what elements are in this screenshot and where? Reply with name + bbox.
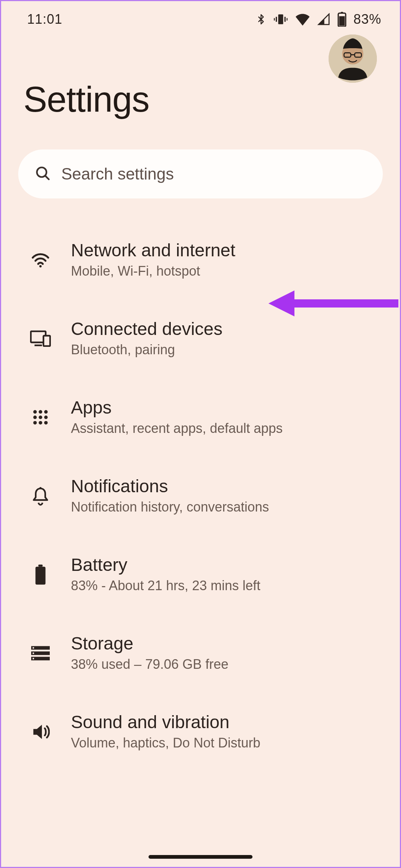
svg-rect-4 xyxy=(287,18,288,21)
wifi-status-icon xyxy=(295,13,310,26)
svg-point-15 xyxy=(39,265,42,267)
item-title: Sound and vibration xyxy=(71,712,378,732)
vibrate-icon xyxy=(273,12,288,27)
header: Settings xyxy=(1,27,400,149)
apps-icon xyxy=(29,409,52,425)
svg-rect-34 xyxy=(33,652,34,654)
svg-rect-1 xyxy=(276,17,277,22)
svg-rect-29 xyxy=(38,565,43,567)
battery-icon xyxy=(29,565,52,585)
svg-rect-18 xyxy=(43,336,50,346)
item-sub: Mobile, Wi-Fi, hotspot xyxy=(71,263,378,280)
wifi-icon xyxy=(29,252,52,268)
item-sub: 83% - About 21 hrs, 23 mins left xyxy=(71,577,378,595)
item-title: Storage xyxy=(71,633,378,654)
search-input[interactable]: Search settings xyxy=(18,149,383,198)
battery-percent: 83% xyxy=(353,11,381,27)
svg-rect-32 xyxy=(33,647,34,649)
svg-point-21 xyxy=(44,410,48,414)
svg-rect-7 xyxy=(339,16,345,26)
svg-rect-2 xyxy=(284,17,286,22)
page-title: Settings xyxy=(23,79,378,120)
item-sub: Bluetooth, pairing xyxy=(71,341,378,359)
item-title: Notifications xyxy=(71,476,378,496)
bluetooth-icon xyxy=(255,12,267,27)
profile-avatar[interactable] xyxy=(329,34,377,83)
svg-rect-36 xyxy=(33,658,34,659)
svg-rect-3 xyxy=(274,18,275,21)
svg-point-25 xyxy=(33,421,37,425)
item-network[interactable]: Network and internet Mobile, Wi-Fi, hots… xyxy=(1,221,400,299)
item-apps[interactable]: Apps Assistant, recent apps, default app… xyxy=(1,378,400,457)
svg-point-20 xyxy=(39,410,42,414)
svg-rect-6 xyxy=(341,12,343,14)
search-placeholder: Search settings xyxy=(61,165,174,183)
svg-point-22 xyxy=(33,415,37,419)
svg-point-26 xyxy=(39,421,42,425)
item-title: Apps xyxy=(71,397,378,418)
svg-point-23 xyxy=(39,415,42,419)
item-connected-devices[interactable]: Connected devices Bluetooth, pairing xyxy=(1,299,400,378)
item-sub: Volume, haptics, Do Not Disturb xyxy=(71,734,378,752)
item-battery[interactable]: Battery 83% - About 21 hrs, 23 mins left xyxy=(1,535,400,614)
item-title: Battery xyxy=(71,555,378,575)
item-sub: 38% used – 79.06 GB free xyxy=(71,656,378,673)
status-icons: 83% xyxy=(255,11,381,27)
svg-point-27 xyxy=(44,421,48,425)
item-sound[interactable]: Sound and vibration Volume, haptics, Do … xyxy=(1,693,400,771)
bell-icon xyxy=(29,486,52,506)
svg-rect-0 xyxy=(278,14,283,24)
nav-handle[interactable] xyxy=(149,855,252,859)
signal-icon xyxy=(317,13,330,26)
item-storage[interactable]: Storage 38% used – 79.06 GB free xyxy=(1,614,400,693)
svg-point-24 xyxy=(44,415,48,419)
battery-status-icon xyxy=(337,12,347,27)
status-time: 11:01 xyxy=(27,11,62,27)
storage-icon xyxy=(29,646,52,661)
settings-list: Network and internet Mobile, Wi-Fi, hots… xyxy=(1,221,400,786)
devices-icon xyxy=(29,331,52,347)
svg-rect-30 xyxy=(36,567,46,585)
search-icon xyxy=(35,165,51,183)
svg-point-19 xyxy=(33,410,37,414)
sound-icon xyxy=(29,723,52,740)
item-sub: Assistant, recent apps, default apps xyxy=(71,420,378,437)
svg-line-14 xyxy=(45,176,49,180)
item-sub: Notification history, conversations xyxy=(71,499,378,516)
item-notifications[interactable]: Notifications Notification history, conv… xyxy=(1,457,400,535)
item-title: Network and internet xyxy=(71,240,378,260)
item-title: Connected devices xyxy=(71,319,378,339)
status-bar: 11:01 83% xyxy=(1,1,400,27)
